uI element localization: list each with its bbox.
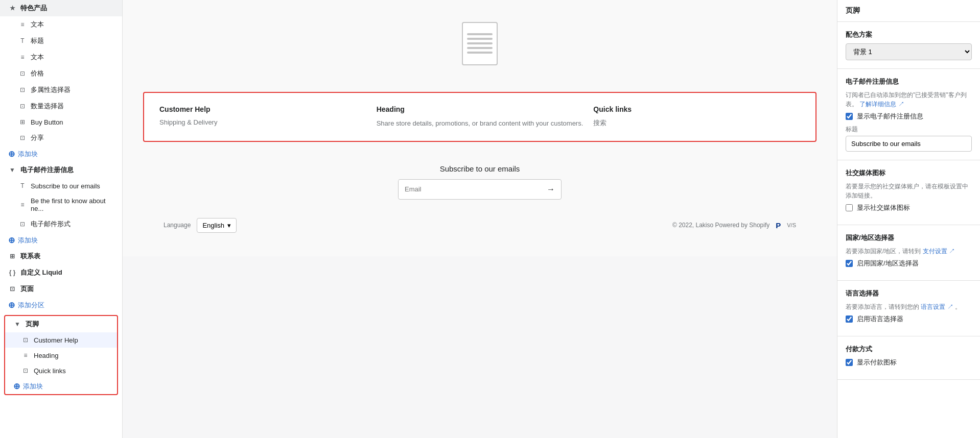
enable-country-row: 启用国家/地区选择器 bbox=[846, 259, 972, 268]
sidebar-email-form[interactable]: ⊡ 电子邮件形式 bbox=[0, 216, 122, 232]
email-section-icon: ▼ bbox=[8, 166, 16, 174]
enable-language-row: 启用语言选择器 bbox=[846, 314, 972, 324]
add-block-1-button[interactable]: ⊕ 添加块 bbox=[0, 146, 122, 162]
country-info-text: 若要添加国家/地区，请转到 支付设置 ↗ bbox=[846, 247, 972, 256]
social-title: 社交媒体图标 bbox=[846, 168, 972, 178]
show-payment-checkbox[interactable] bbox=[846, 359, 853, 366]
sidebar-item-title[interactable]: T 标题 bbox=[0, 33, 122, 49]
text-icon-1: ≡ bbox=[18, 20, 27, 29]
star-icon: ★ bbox=[8, 4, 16, 12]
add-section-icon: ⊕ bbox=[8, 300, 15, 310]
show-social-checkbox[interactable] bbox=[846, 204, 853, 211]
doc-line-5 bbox=[467, 52, 493, 54]
add-block-3-button[interactable]: ⊕ 添加块 bbox=[5, 378, 117, 394]
show-payment-label: 显示付款图标 bbox=[857, 358, 897, 367]
doc-line-3 bbox=[467, 42, 493, 44]
email-info-title: 电子邮件注册信息 bbox=[846, 77, 972, 86]
email-subscribe-title: Subscribe to our emails bbox=[164, 164, 796, 173]
heading-icon: ≡ bbox=[21, 351, 30, 359]
sidebar-item-buy-button[interactable]: ⊞ Buy Button bbox=[0, 114, 122, 130]
color-scheme-select[interactable]: 背景 1 bbox=[846, 43, 972, 60]
add-block-2-button[interactable]: ⊕ 添加块 bbox=[0, 232, 122, 248]
language-chevron-icon: ▾ bbox=[227, 222, 231, 229]
sidebar-item-variant[interactable]: ⊡ 多属性选择器 bbox=[0, 82, 122, 98]
email-submit-button[interactable]: → bbox=[541, 180, 561, 199]
email-info-section: 电子邮件注册信息 订阅者已自动添加到您的"已接受营销"客户列表。 了解详细信息 … bbox=[837, 69, 980, 160]
email-info-link[interactable]: 了解详细信息 ↗ bbox=[859, 101, 904, 108]
sidebar-item-price[interactable]: ⊡ 价格 bbox=[0, 65, 122, 82]
liquid-section-header[interactable]: { } 自定义 Liquid bbox=[0, 264, 122, 281]
add-section-button[interactable]: ⊕ 添加分区 bbox=[0, 297, 122, 313]
main-canvas: Customer Help Shipping & Delivery Headin… bbox=[123, 0, 837, 438]
footer-canvas-section: Customer Help Shipping & Delivery Headin… bbox=[123, 82, 837, 256]
sidebar-quick-links[interactable]: ⊡ Quick links bbox=[5, 363, 117, 378]
sidebar-customer-help[interactable]: ⊡ Customer Help bbox=[5, 332, 117, 348]
language-settings-link[interactable]: 语言设置 ↗ bbox=[921, 303, 953, 310]
share-icon: ⊡ bbox=[18, 134, 27, 142]
footer-col3-title: Quick links bbox=[593, 105, 800, 113]
sidebar-item-text2[interactable]: ≡ 文本 bbox=[0, 49, 122, 65]
language-section-title: 语言选择器 bbox=[846, 289, 972, 298]
doc-line-2 bbox=[467, 38, 493, 40]
buy-button-icon: ⊞ bbox=[18, 118, 27, 126]
subscribe-icon: T bbox=[18, 182, 27, 190]
featured-products-header[interactable]: ★ 特色产品 bbox=[0, 0, 122, 16]
email-input[interactable] bbox=[399, 180, 541, 198]
footer-selected-box[interactable]: Customer Help Shipping & Delivery Headin… bbox=[143, 92, 816, 142]
show-social-row: 显示社交媒体图标 bbox=[846, 203, 972, 212]
language-section: 语言选择器 若要添加语言，请转到您的 语言设置 ↗ 。 启用语言选择器 bbox=[837, 281, 980, 336]
canvas-top-area bbox=[123, 0, 837, 82]
payment-settings-link[interactable]: 支付设置 ↗ bbox=[923, 248, 955, 255]
footer-col2-title: Heading bbox=[377, 105, 584, 113]
enable-country-checkbox[interactable] bbox=[846, 260, 853, 267]
email-input-row: → bbox=[398, 179, 562, 200]
footer-col2-text: Share store details, promotions, or bran… bbox=[377, 118, 584, 129]
show-email-checkbox[interactable] bbox=[846, 113, 853, 120]
country-section: 国家/地区选择器 若要添加国家/地区，请转到 支付设置 ↗ 启用国家/地区选择器 bbox=[837, 225, 980, 281]
page-section-header[interactable]: ⊡ 页面 bbox=[0, 281, 122, 297]
enable-country-label: 启用国家/地区选择器 bbox=[857, 259, 919, 268]
quick-links-icon: ⊡ bbox=[21, 367, 30, 375]
footer-col1-title: Customer Help bbox=[159, 105, 366, 113]
sidebar-item-share[interactable]: ⊡ 分享 bbox=[0, 130, 122, 146]
customer-help-icon: ⊡ bbox=[21, 336, 30, 344]
language-select[interactable]: English ▾ bbox=[197, 218, 237, 233]
color-scheme-section: 配色方案 背景 1 bbox=[837, 22, 980, 69]
show-payment-row: 显示付款图标 bbox=[846, 358, 972, 367]
footer-expand-icon: ▼ bbox=[13, 320, 21, 328]
sidebar-firsttoknow[interactable]: ≡ Be the first to know about ne... bbox=[0, 193, 122, 216]
firsttoknow-icon: ≡ bbox=[18, 201, 27, 209]
footer-section-header[interactable]: ▼ 页脚 bbox=[5, 316, 117, 332]
liquid-icon: { } bbox=[8, 269, 16, 277]
footer-col3-item: 搜索 bbox=[593, 118, 800, 128]
email-subscribe-section: Subscribe to our emails → bbox=[143, 154, 816, 210]
contact-icon: ⊞ bbox=[8, 252, 16, 260]
social-section: 社交媒体图标 若要显示您的社交媒体账户，请在模板设置中添加链接。 显示社交媒体图… bbox=[837, 160, 980, 225]
emailform-icon: ⊡ bbox=[18, 220, 27, 228]
color-scheme-label: 配色方案 bbox=[846, 30, 972, 39]
enable-language-label: 启用语言选择器 bbox=[857, 314, 903, 324]
sidebar-item-text1[interactable]: ≡ 文本 bbox=[0, 16, 122, 33]
vs-text: V/S bbox=[787, 222, 796, 228]
heading-input[interactable] bbox=[846, 136, 972, 152]
footer-columns: Customer Help Shipping & Delivery Headin… bbox=[154, 105, 805, 129]
add-icon-1: ⊕ bbox=[8, 149, 15, 159]
payment-section: 付款方式 显示付款图标 bbox=[837, 336, 980, 380]
price-icon: ⊡ bbox=[18, 69, 27, 78]
sidebar-subscribe-text[interactable]: T Subscribe to our emails bbox=[0, 178, 122, 193]
sidebar-item-quantity[interactable]: ⊡ 数量选择器 bbox=[0, 98, 122, 114]
footer-col1-item: Shipping & Delivery bbox=[159, 118, 366, 126]
featured-products-label: 特色产品 bbox=[20, 4, 47, 13]
email-section-header[interactable]: ▼ 电子邮件注册信息 bbox=[0, 162, 122, 178]
right-panel-header: 页脚 bbox=[837, 0, 980, 22]
quantity-icon: ⊡ bbox=[18, 102, 27, 110]
email-info-text: 订阅者已自动添加到您的"已接受营销"客户列表。 了解详细信息 ↗ bbox=[846, 90, 972, 109]
sidebar-heading[interactable]: ≡ Heading bbox=[5, 348, 117, 363]
footer-highlighted-group: ▼ 页脚 ⊡ Customer Help ≡ Heading ⊡ Quick l… bbox=[4, 315, 118, 395]
copyright-text: © 2022, Lakiso Powered by Shopify bbox=[672, 222, 769, 229]
contact-section-header[interactable]: ⊞ 联系表 bbox=[0, 248, 122, 264]
enable-language-checkbox[interactable] bbox=[846, 315, 853, 323]
language-info-text: 若要添加语言，请转到您的 语言设置 ↗ 。 bbox=[846, 302, 972, 311]
doc-line-1 bbox=[467, 33, 493, 35]
show-email-row: 显示电子邮件注册信息 bbox=[846, 112, 972, 121]
